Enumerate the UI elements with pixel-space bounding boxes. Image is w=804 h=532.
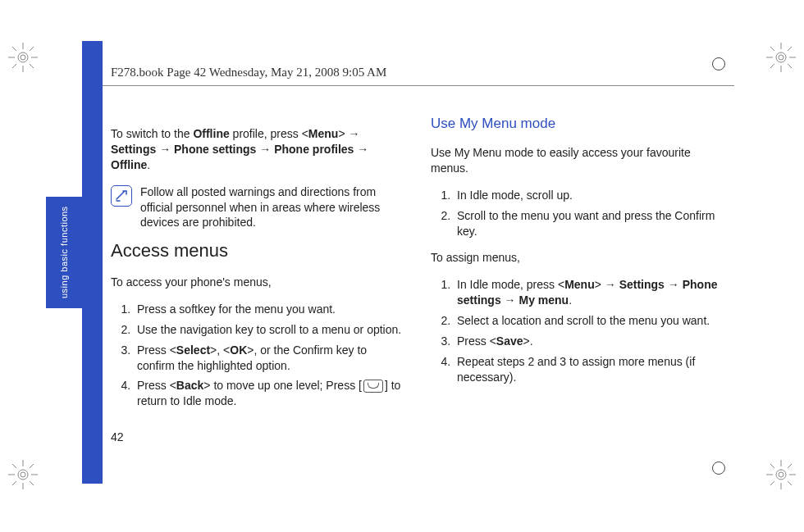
list-item: Scroll to the menu you want and press th… <box>454 208 726 239</box>
list-item: In Idle mode, press <Menu> → Settings → … <box>454 277 726 308</box>
header-divider <box>94 85 734 86</box>
page-number: 42 <box>111 430 124 443</box>
svg-line-36 <box>770 464 774 468</box>
crop-ring-icon <box>712 57 725 70</box>
list-item: In Idle mode, scroll up. <box>454 188 726 203</box>
note-callout: Follow all posted warnings and direction… <box>111 184 406 231</box>
svg-line-8 <box>30 47 34 51</box>
svg-point-10 <box>776 52 786 62</box>
svg-point-20 <box>18 470 28 480</box>
svg-line-27 <box>30 481 34 485</box>
assign-intro: To assign menus, <box>431 250 726 266</box>
access-intro: To access your phone's menus, <box>111 275 406 290</box>
side-tab-label: using basic functions <box>46 197 82 308</box>
svg-line-26 <box>12 464 16 468</box>
left-column: To switch to the Offline profile, press … <box>111 115 406 416</box>
svg-line-29 <box>12 481 16 485</box>
svg-line-9 <box>12 64 16 68</box>
my-menu-intro: Use My Menu mode to easily access your f… <box>431 145 726 176</box>
svg-point-21 <box>21 472 25 477</box>
heading-my-menu-mode: Use My Menu mode <box>431 115 726 134</box>
my-menu-steps-list: In Idle mode, scroll up. Scroll to the m… <box>431 188 726 239</box>
offline-profile-instruction: To switch to the Offline profile, press … <box>111 126 406 173</box>
list-item: Press <Save>. <box>454 334 726 349</box>
svg-line-17 <box>788 64 792 68</box>
svg-line-19 <box>770 64 774 68</box>
svg-line-38 <box>788 464 792 468</box>
list-item: Press <Select>, <OK>, or the Confirm key… <box>134 343 406 374</box>
side-color-bar <box>82 41 103 484</box>
list-item: Press <Back> to move up one level; Press… <box>134 378 406 409</box>
svg-line-18 <box>788 47 792 51</box>
heading-access-menus: Access menus <box>111 239 406 263</box>
running-header: F278.book Page 42 Wednesday, May 21, 200… <box>111 66 386 80</box>
svg-line-28 <box>30 464 34 468</box>
svg-line-16 <box>770 47 774 51</box>
list-item: Press a softkey for the menu you want. <box>134 302 406 317</box>
registration-mark-icon <box>7 458 39 491</box>
svg-point-0 <box>18 52 28 62</box>
page-content: To switch to the Offline profile, press … <box>111 115 726 416</box>
svg-point-31 <box>779 472 783 477</box>
note-icon <box>111 185 132 207</box>
end-call-key-icon <box>363 380 383 393</box>
note-text: Follow all posted warnings and direction… <box>140 184 406 231</box>
svg-line-6 <box>12 47 16 51</box>
list-item: Repeat steps 2 and 3 to assign more menu… <box>454 354 726 385</box>
access-steps-list: Press a softkey for the menu you want. U… <box>111 302 406 409</box>
running-header-text: F278.book Page 42 Wednesday, May 21, 200… <box>111 66 386 79</box>
registration-mark-icon <box>7 41 39 74</box>
svg-point-1 <box>21 55 25 60</box>
list-item: Select a location and scroll to the menu… <box>454 313 726 329</box>
svg-line-39 <box>770 481 774 485</box>
right-column: Use My Menu mode Use My Menu mode to eas… <box>431 115 726 416</box>
svg-point-11 <box>779 55 783 60</box>
svg-line-37 <box>788 481 792 485</box>
registration-mark-icon <box>765 458 797 491</box>
svg-line-7 <box>30 64 34 68</box>
svg-point-30 <box>776 470 786 480</box>
assign-steps-list: In Idle mode, press <Menu> → Settings → … <box>431 277 726 384</box>
list-item: Use the navigation key to scroll to a me… <box>134 322 406 338</box>
crop-ring-icon <box>712 462 725 475</box>
registration-mark-icon <box>765 41 797 74</box>
